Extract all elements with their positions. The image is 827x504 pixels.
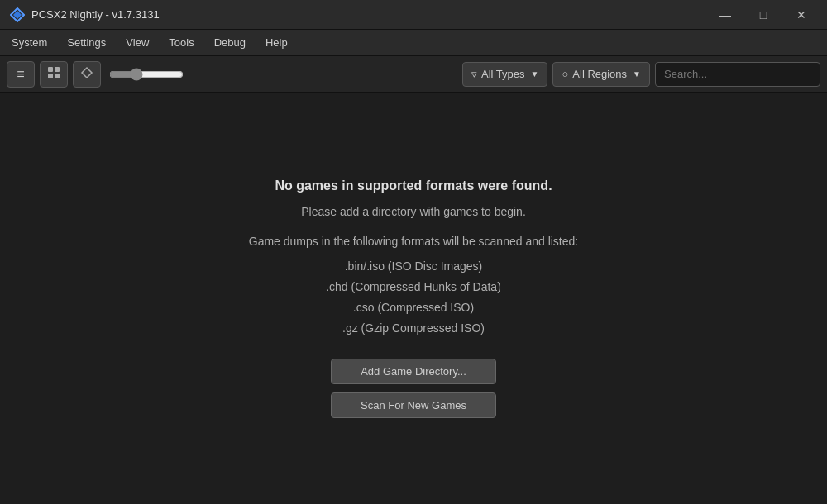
svg-marker-6 bbox=[82, 68, 92, 78]
filter-regions-chevron-icon: ▼ bbox=[633, 69, 641, 78]
formats-intro: Game dumps in the following formats will… bbox=[249, 235, 578, 248]
app-logo-icon bbox=[10, 7, 25, 22]
title-bar-left: PCSX2 Nightly - v1.7.3131 bbox=[10, 7, 160, 22]
tag-view-button[interactable] bbox=[73, 61, 101, 88]
minimize-button[interactable]: — bbox=[706, 0, 744, 30]
format-gz: .gz (Gzip Compressed ISO) bbox=[326, 318, 501, 339]
globe-icon: ○ bbox=[562, 68, 568, 80]
no-games-subtitle: Please add a directory with games to beg… bbox=[301, 205, 526, 218]
svg-rect-2 bbox=[48, 67, 53, 72]
main-content: No games in supported formats were found… bbox=[0, 93, 827, 504]
format-bin-iso: .bin/.iso (ISO Disc Images) bbox=[326, 256, 501, 277]
close-button[interactable]: ✕ bbox=[782, 0, 820, 30]
scan-for-new-games-button[interactable]: Scan For New Games bbox=[331, 392, 496, 418]
zoom-slider-container bbox=[109, 68, 184, 81]
maximize-button[interactable]: □ bbox=[744, 0, 782, 30]
add-game-directory-button[interactable]: Add Game Directory... bbox=[331, 359, 496, 384]
filter-types-button[interactable]: ▿ All Types ▼ bbox=[462, 62, 547, 87]
menu-settings[interactable]: Settings bbox=[59, 33, 114, 52]
filter-types-chevron-icon: ▼ bbox=[531, 69, 539, 78]
no-games-title: No games in supported formats were found… bbox=[275, 178, 552, 193]
grid-view-icon bbox=[47, 66, 60, 83]
search-input[interactable] bbox=[655, 62, 820, 87]
list-view-button[interactable]: ≡ bbox=[7, 61, 35, 88]
svg-rect-5 bbox=[55, 74, 60, 78]
menu-help[interactable]: Help bbox=[257, 33, 296, 52]
zoom-slider[interactable] bbox=[109, 68, 184, 81]
tag-view-icon bbox=[80, 66, 93, 83]
filter-regions-label: All Regions bbox=[572, 68, 627, 80]
filter-types-icon: ▿ bbox=[471, 68, 477, 80]
toolbar: ≡ ▿ All Types ▼ ○ All Regions ▼ bbox=[0, 56, 827, 93]
format-chd: .chd (Compressed Hunks of Data) bbox=[326, 277, 501, 297]
title-bar-controls: — □ ✕ bbox=[706, 0, 820, 30]
menu-bar: System Settings View Tools Debug Help bbox=[0, 30, 827, 56]
svg-rect-3 bbox=[55, 67, 60, 72]
format-cso: .cso (Compressed ISO) bbox=[326, 297, 501, 318]
action-buttons: Add Game Directory... Scan For New Games bbox=[331, 359, 496, 418]
menu-system[interactable]: System bbox=[3, 33, 55, 52]
grid-view-button[interactable] bbox=[40, 61, 68, 88]
formats-list: .bin/.iso (ISO Disc Images) .chd (Compre… bbox=[326, 256, 501, 340]
filter-regions-button[interactable]: ○ All Regions ▼ bbox=[552, 62, 650, 87]
menu-tools[interactable]: Tools bbox=[160, 33, 202, 52]
title-bar: PCSX2 Nightly - v1.7.3131 — □ ✕ bbox=[0, 0, 827, 30]
menu-debug[interactable]: Debug bbox=[206, 33, 254, 52]
filter-types-label: All Types bbox=[481, 68, 525, 80]
menu-view[interactable]: View bbox=[117, 33, 157, 52]
app-title: PCSX2 Nightly - v1.7.3131 bbox=[31, 8, 160, 21]
svg-rect-4 bbox=[48, 74, 53, 78]
list-view-icon: ≡ bbox=[17, 67, 24, 82]
